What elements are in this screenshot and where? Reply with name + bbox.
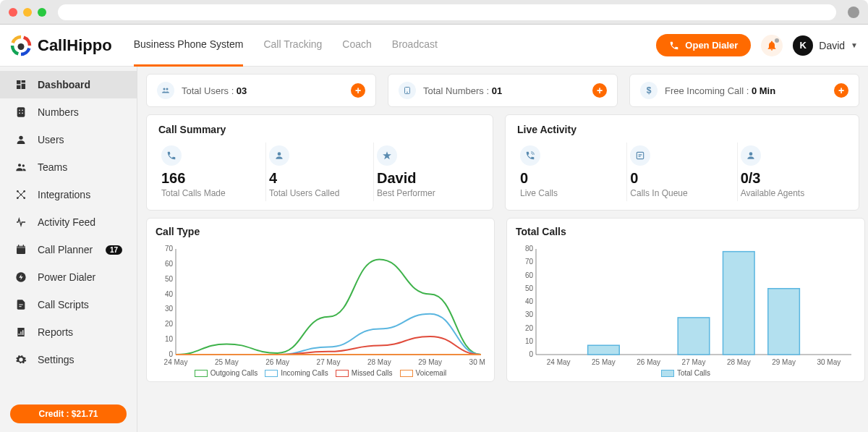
sidebar-item-call-scripts[interactable]: Call Scripts xyxy=(0,291,137,318)
app-header: CallHippo Business Phone SystemCall Trac… xyxy=(0,25,868,67)
legend-item: Voicemail xyxy=(400,369,447,377)
metric-value: 4 xyxy=(269,170,366,187)
planner-icon xyxy=(14,243,27,256)
svg-rect-64 xyxy=(678,318,710,355)
stat-cards-row: Total Users : 03+Total Numbers : 01+$Fre… xyxy=(146,74,859,107)
total-calls-chart-panel: Total Calls 0102030405060708024 May25 Ma… xyxy=(506,218,865,382)
settings-icon xyxy=(14,353,27,366)
svg-point-27 xyxy=(749,152,752,156)
sidebar-item-call-planner[interactable]: Call Planner17 xyxy=(0,236,137,263)
legend-label: Outgoing Calls xyxy=(210,369,258,377)
svg-point-24 xyxy=(407,92,408,93)
sidebar-item-settings[interactable]: Settings xyxy=(0,346,137,373)
metric-value: David xyxy=(377,170,474,187)
legend-item: Outgoing Calls xyxy=(195,369,258,377)
sidebar-badge: 17 xyxy=(106,245,122,255)
legend-item: Total Calls xyxy=(661,369,710,377)
sidebar-item-users[interactable]: Users xyxy=(0,126,137,153)
sidebar: DashboardNumbersUsersTeamsIntegrationsAc… xyxy=(0,67,137,432)
browser-profile-icon[interactable] xyxy=(848,7,859,18)
sidebar-item-label: Settings xyxy=(38,354,75,365)
metric-icon xyxy=(520,145,540,166)
main-content: Total Users : 03+Total Numbers : 01+$Fre… xyxy=(137,67,868,432)
add-button[interactable]: + xyxy=(351,83,365,98)
power-icon xyxy=(14,271,27,284)
integrations-icon xyxy=(14,188,27,201)
sidebar-item-label: Activity Feed xyxy=(38,216,95,228)
sidebar-item-teams[interactable]: Teams xyxy=(0,153,137,181)
sidebar-item-label: Users xyxy=(38,134,64,145)
open-dialer-button[interactable]: Open Dialer xyxy=(656,34,751,56)
svg-text:10: 10 xyxy=(525,337,534,345)
svg-point-8 xyxy=(19,112,20,114)
legend-swatch-icon xyxy=(400,370,413,377)
minimize-window-icon[interactable] xyxy=(23,8,32,17)
stat-card: Total Numbers : 01+ xyxy=(388,74,618,107)
address-bar[interactable] xyxy=(58,4,836,20)
user-menu[interactable]: K David ▼ xyxy=(793,35,858,56)
nav-tabs: Business Phone SystemCall TrackingCoachB… xyxy=(134,24,657,67)
reports-icon xyxy=(14,326,27,339)
svg-text:60: 60 xyxy=(525,271,534,279)
svg-text:29 May: 29 May xyxy=(418,358,442,366)
sidebar-item-integrations[interactable]: Integrations xyxy=(0,181,137,208)
metric-item: DavidBest Performer xyxy=(374,143,481,201)
sidebar-item-activity-feed[interactable]: Activity Feed xyxy=(0,208,137,236)
sidebar-item-dashboard[interactable]: Dashboard xyxy=(0,71,137,98)
stat-label: Total Users : 03 xyxy=(182,85,247,96)
svg-text:70: 70 xyxy=(525,258,534,266)
svg-text:40: 40 xyxy=(165,290,174,298)
svg-text:30 May: 30 May xyxy=(469,358,485,366)
metric-label: Live Calls xyxy=(520,188,619,198)
add-button[interactable]: + xyxy=(592,83,607,98)
svg-point-25 xyxy=(278,152,281,156)
sidebar-item-label: Power Dialer xyxy=(38,271,95,283)
svg-text:24 May: 24 May xyxy=(547,358,571,366)
add-button[interactable]: + xyxy=(834,83,848,98)
svg-text:0: 0 xyxy=(529,350,533,358)
sidebar-item-label: Numbers xyxy=(38,106,79,118)
legend-label: Incoming Calls xyxy=(281,369,328,377)
sidebar-item-numbers[interactable]: Numbers xyxy=(0,98,137,126)
credit-pill[interactable]: Credit : $21.71 xyxy=(10,405,127,423)
legend-label: Voicemail xyxy=(416,369,447,377)
call-type-chart-panel: Call Type 01020304050607024 May25 May26 … xyxy=(146,218,495,382)
call-summary-panel: Call Summary 166Total Calls Made4Total U… xyxy=(146,114,493,211)
stat-card: Total Users : 03+ xyxy=(146,74,376,107)
stat-icon xyxy=(399,82,416,99)
metric-label: Calls In Queue xyxy=(630,188,729,198)
metric-label: Total Users Called xyxy=(269,188,366,198)
svg-point-4 xyxy=(18,43,25,50)
notification-button[interactable] xyxy=(761,35,783,56)
chevron-down-icon: ▼ xyxy=(851,41,858,49)
maximize-window-icon[interactable] xyxy=(38,8,46,17)
nav-tab[interactable]: Call Tracking xyxy=(263,24,322,67)
svg-text:27 May: 27 May xyxy=(317,358,341,366)
scripts-icon xyxy=(14,298,27,311)
logo[interactable]: CallHippo xyxy=(10,35,112,56)
user-icon xyxy=(14,133,27,146)
stat-card: $Free Incoming Call : 0 Min+ xyxy=(629,74,859,107)
stat-icon: $ xyxy=(640,82,658,99)
panel-title: Live Activity xyxy=(517,124,847,135)
svg-text:25 May: 25 May xyxy=(592,358,616,366)
panel-title: Total Calls xyxy=(516,226,856,237)
legend-swatch-icon xyxy=(336,370,349,377)
svg-point-22 xyxy=(166,88,169,90)
close-window-icon[interactable] xyxy=(9,8,17,17)
svg-point-11 xyxy=(18,164,21,166)
user-avatar: K xyxy=(793,35,813,56)
svg-text:24 May: 24 May xyxy=(164,358,188,366)
svg-text:30: 30 xyxy=(525,310,534,318)
sidebar-item-label: Reports xyxy=(38,326,73,338)
sidebar-item-reports[interactable]: Reports xyxy=(0,318,137,346)
nav-tab[interactable]: Broadcast xyxy=(392,24,438,67)
svg-text:50: 50 xyxy=(525,284,534,292)
nav-tab[interactable]: Coach xyxy=(342,24,371,67)
svg-text:0: 0 xyxy=(169,350,173,358)
nav-tab[interactable]: Business Phone System xyxy=(134,24,244,67)
svg-text:28 May: 28 May xyxy=(727,358,751,366)
sidebar-item-power-dialer[interactable]: Power Dialer xyxy=(0,263,137,291)
svg-text:20: 20 xyxy=(525,324,534,332)
legend-item: Incoming Calls xyxy=(265,369,328,377)
